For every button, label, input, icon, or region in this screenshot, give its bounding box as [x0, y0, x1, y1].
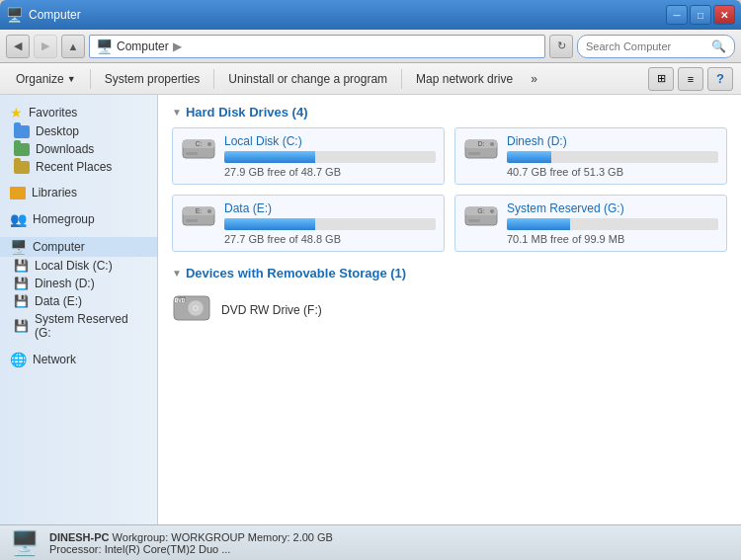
- sidebar-item-libraries[interactable]: Libraries: [0, 184, 157, 201]
- status-bar: 🖥️ DINESH-PC Workgroup: WORKGROUP Memory…: [0, 524, 741, 560]
- drive-c-progress-bar: [224, 151, 436, 163]
- address-arrow: ▶: [173, 40, 182, 53]
- svg-point-12: [207, 209, 211, 213]
- drive-card-d[interactable]: D: Dinesh (D:) 40.7 GB free of 51.3 GB: [454, 127, 727, 185]
- content-area: ▼ Hard Disk Drives (4) C: Local D: [158, 95, 741, 524]
- drive-e-info: Data (E:) 27.7 GB free of 48.8 GB: [224, 201, 436, 245]
- homegroup-icon: 👥: [10, 211, 27, 227]
- window-icon: 🖥️: [6, 7, 23, 23]
- drive-card-e[interactable]: E: Data (E:) 27.7 GB free of 48.8 GB: [172, 195, 445, 252]
- back-button[interactable]: ◀: [6, 35, 30, 58]
- recent-places-label: Recent Places: [36, 160, 112, 174]
- sidebar-item-recent[interactable]: Recent Places: [0, 158, 157, 176]
- sidebar-item-local-c[interactable]: 💾 Local Disk (C:): [0, 257, 157, 275]
- dvd-drive-item[interactable]: DVD DVD RW Drive (F:): [172, 288, 727, 331]
- drive-c-info: Local Disk (C:) 27.9 GB free of 48.7 GB: [224, 134, 436, 178]
- drive-g-progress-fill: [507, 218, 570, 230]
- up-button[interactable]: ▲: [61, 35, 85, 58]
- address-folder-icon: 🖥️: [96, 39, 113, 54]
- map-network-button[interactable]: Map network drive: [408, 66, 521, 92]
- svg-text:D:: D:: [478, 140, 485, 147]
- sidebar-item-network[interactable]: 🌐 Network: [0, 350, 157, 369]
- svg-point-2: [207, 142, 211, 146]
- libraries-icon: [10, 187, 26, 200]
- refresh-button[interactable]: ↻: [549, 35, 573, 58]
- system-properties-button[interactable]: System properties: [97, 66, 208, 92]
- favorites-section: ★ Favorites Desktop Downloads Recent Pla…: [0, 103, 157, 176]
- svg-rect-3: [186, 152, 198, 155]
- local-c-icon: 💾: [14, 259, 29, 273]
- processor-value: Processor: Intel(R) Core(TM)2 Duo ...: [49, 543, 230, 555]
- minimize-button[interactable]: ─: [666, 5, 688, 25]
- network-label: Network: [33, 353, 76, 366]
- view-options-button[interactable]: ⊞: [648, 67, 674, 91]
- data-e-icon: 💾: [14, 294, 29, 308]
- status-line-1: DINESH-PC Workgroup: WORKGROUP Memory: 2…: [49, 531, 333, 543]
- search-icon: 🔍: [711, 40, 726, 53]
- help-button[interactable]: ?: [707, 67, 733, 91]
- sidebar-item-homegroup[interactable]: 👥 Homegroup: [0, 209, 157, 229]
- drive-g-name: System Reserved (G:): [507, 201, 718, 215]
- toolbar-separator-2: [213, 69, 214, 89]
- hard-disk-section-header[interactable]: ▼ Hard Disk Drives (4): [172, 105, 727, 120]
- favorites-label: Favorites: [29, 106, 77, 120]
- hard-drives-grid: C: Local Disk (C:) 27.9 GB free of 48.7 …: [172, 127, 727, 252]
- computer-label: Computer: [33, 240, 85, 254]
- drive-card-g[interactable]: G: System Reserved (G:) 70.1 MB free of …: [454, 195, 727, 252]
- sidebar-item-computer[interactable]: 🖥️ Computer: [0, 237, 157, 257]
- status-pc-icon: 🖥️: [10, 529, 40, 557]
- data-e-label: Data (E:): [35, 294, 82, 308]
- close-button[interactable]: ✕: [713, 5, 735, 25]
- drive-card-c[interactable]: C: Local Disk (C:) 27.9 GB free of 48.7 …: [172, 127, 445, 185]
- removable-section-header[interactable]: ▼ Devices with Removable Storage (1): [172, 266, 727, 280]
- address-bar: ◀ ▶ ▲ 🖥️ Computer ▶ ↻ 🔍: [0, 30, 741, 63]
- drive-d-icon: D:: [463, 134, 499, 162]
- system-g-icon: 💾: [14, 319, 29, 333]
- view-toggle-button[interactable]: ≡: [678, 67, 703, 91]
- drive-e-name: Data (E:): [224, 201, 436, 215]
- address-box[interactable]: 🖥️ Computer ▶: [89, 35, 545, 58]
- removable-grid: DVD DVD RW Drive (F:): [172, 288, 727, 331]
- drive-g-size: 70.1 MB free of 99.9 MB: [507, 233, 718, 245]
- drive-d-name: Dinesh (D:): [507, 134, 718, 148]
- window-title: Computer: [29, 8, 81, 22]
- svg-text:G:: G:: [477, 207, 484, 214]
- title-bar: 🖥️ Computer ─ □ ✕: [0, 0, 741, 30]
- more-toolbar-button[interactable]: »: [523, 66, 545, 92]
- sidebar-item-favorites[interactable]: ★ Favorites: [0, 103, 157, 122]
- sidebar-item-desktop[interactable]: Desktop: [0, 122, 157, 140]
- libraries-label: Libraries: [32, 186, 77, 200]
- system-g-label: System Reserved (G:: [35, 312, 143, 340]
- svg-text:DVD: DVD: [175, 297, 186, 303]
- toolbar-right: ⊞ ≡ ?: [648, 67, 733, 91]
- title-bar-left: 🖥️ Computer: [6, 7, 81, 23]
- computer-section: 🖥️ Computer 💾 Local Disk (C:) 💾 Dinesh (…: [0, 237, 157, 342]
- svg-rect-18: [468, 219, 480, 222]
- sidebar-item-data-e[interactable]: 💾 Data (E:): [0, 292, 157, 310]
- maximize-button[interactable]: □: [690, 5, 711, 25]
- memory-value: Memory: 2.00 GB: [248, 531, 333, 543]
- sidebar-item-system-g[interactable]: 💾 System Reserved (G:: [0, 310, 157, 342]
- hard-disk-collapse-arrow: ▼: [172, 107, 182, 118]
- dvd-label: DVD RW Drive (F:): [221, 303, 322, 317]
- svg-point-7: [490, 142, 494, 146]
- drive-g-icon: G:: [463, 201, 499, 229]
- search-box[interactable]: 🔍: [577, 35, 735, 58]
- organize-button[interactable]: Organize ▼: [8, 66, 84, 92]
- sidebar-item-dinesh-d[interactable]: 💾 Dinesh (D:): [0, 275, 157, 292]
- drive-e-progress-fill: [224, 218, 315, 230]
- drive-d-progress-fill: [507, 151, 551, 163]
- homegroup-label: Homegroup: [33, 212, 95, 226]
- desktop-label: Desktop: [36, 124, 79, 138]
- favorites-star-icon: ★: [10, 105, 23, 120]
- network-section: 🌐 Network: [0, 350, 157, 369]
- sidebar-item-downloads[interactable]: Downloads: [0, 140, 157, 158]
- dinesh-d-icon: 💾: [14, 277, 29, 290]
- uninstall-button[interactable]: Uninstall or change a program: [220, 66, 395, 92]
- drive-d-progress-bar: [507, 151, 718, 163]
- dinesh-d-label: Dinesh (D:): [35, 277, 95, 290]
- dvd-icon: DVD: [172, 292, 211, 327]
- forward-button[interactable]: ▶: [34, 35, 57, 58]
- search-input[interactable]: [586, 40, 707, 52]
- drive-g-progress-bar: [507, 218, 718, 230]
